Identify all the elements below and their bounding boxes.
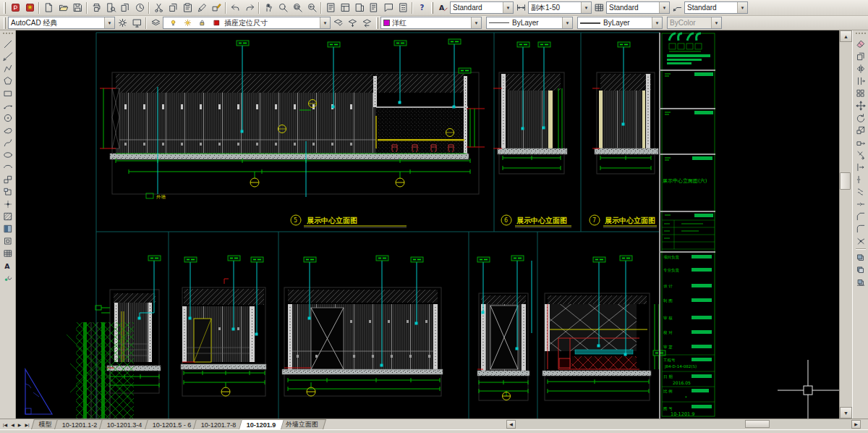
break-icon[interactable] (854, 185, 867, 198)
horizontal-scrollbar[interactable]: ◀ ▶ (506, 419, 861, 429)
tab-10-1201-7-8[interactable]: 10-1201.7-8 (193, 419, 244, 429)
make-block-icon[interactable] (1, 185, 14, 198)
lineweight-combo[interactable]: ByLayer ▼ (577, 17, 663, 29)
toolbar-grip[interactable] (4, 2, 6, 14)
line-icon[interactable] (1, 38, 14, 50)
circle-icon[interactable] (1, 112, 14, 124)
text-style-combo[interactable]: Standard ▼ (450, 1, 514, 14)
layer-states-icon[interactable] (331, 17, 345, 30)
red-chip-icon[interactable] (209, 17, 224, 29)
revision-cloud-icon[interactable] (1, 124, 14, 136)
sun-icon[interactable] (180, 17, 195, 29)
vertical-scroll-thumb[interactable] (840, 172, 851, 190)
tool-palettes-icon[interactable] (352, 1, 367, 14)
send-to-back-icon[interactable] (854, 264, 867, 276)
polygon-icon[interactable] (1, 75, 14, 87)
chevron-down-icon[interactable]: ▼ (581, 2, 591, 13)
explode-icon[interactable] (854, 235, 867, 247)
stretch-icon[interactable] (854, 136, 867, 148)
ellipse-icon[interactable] (1, 148, 14, 161)
mleader-style-combo[interactable]: Standard ▼ (684, 1, 748, 14)
copy-icon[interactable] (854, 50, 867, 62)
my-workspace-icon[interactable] (129, 17, 144, 30)
redo-icon[interactable] (242, 1, 257, 14)
color-combo[interactable]: 洋红 ▼ (380, 17, 482, 29)
fillet-icon[interactable] (854, 222, 867, 235)
open-icon[interactable] (56, 1, 70, 14)
construction-line-icon[interactable] (1, 50, 14, 62)
layer-combo[interactable]: 插座定位尺寸 ▼ (163, 17, 331, 29)
tab-exterior-wall-elevation[interactable]: 外墙立面图 (278, 419, 326, 429)
time-sensitive-icon[interactable] (132, 1, 147, 14)
zoom-previous-icon[interactable] (305, 1, 319, 14)
spline-icon[interactable] (1, 136, 14, 148)
plot-icon[interactable] (89, 1, 103, 14)
chevron-down-icon[interactable]: ▼ (104, 17, 114, 28)
ellipse-arc-icon[interactable] (1, 161, 14, 173)
dim-style-icon[interactable] (514, 1, 528, 14)
chevron-down-icon[interactable]: ▼ (652, 17, 662, 28)
workspace-combo[interactable]: AutoCAD 经典 ▼ (8, 17, 115, 29)
dim-style-combo[interactable]: 副本1-50 ▼ (528, 1, 592, 14)
rectangle-icon[interactable] (1, 87, 14, 99)
layer-previous-icon[interactable] (359, 17, 374, 30)
tab-10-1201-1-2[interactable]: 10-1201.1-2 (54, 419, 106, 429)
erase-icon[interactable] (854, 38, 867, 50)
bulb-icon[interactable] (166, 17, 180, 29)
table-style-combo[interactable]: Standard ▼ (606, 1, 670, 14)
properties-icon[interactable] (323, 1, 338, 14)
last-tab-icon[interactable]: ▶| (23, 421, 30, 428)
chevron-down-icon[interactable]: ▼ (737, 2, 747, 13)
save-icon[interactable] (70, 1, 85, 14)
linetype-combo[interactable]: ByLayer ▼ (486, 17, 573, 29)
help-icon[interactable]: ? (414, 1, 429, 14)
sheet-set-manager-icon[interactable] (367, 1, 381, 14)
tab-10-1201-9[interactable]: 10-1201.9 (239, 419, 284, 429)
chevron-down-icon[interactable]: ▼ (471, 17, 481, 28)
toolbar-grip[interactable] (3, 33, 13, 36)
tab-10-1201-3-4[interactable]: 10-1201.3-4 (99, 419, 150, 429)
point-icon[interactable] (1, 198, 14, 210)
join-icon[interactable] (854, 198, 867, 210)
scroll-down-icon[interactable]: ▼ (840, 407, 852, 419)
layer-properties-icon[interactable] (148, 17, 163, 30)
scroll-right-icon[interactable]: ▶ (851, 420, 861, 429)
horizontal-scroll-thumb[interactable] (745, 420, 770, 428)
pdf-export-icon[interactable] (8, 1, 22, 14)
paste-icon[interactable] (180, 1, 195, 14)
chamfer-icon[interactable] (854, 210, 867, 222)
rotate-icon[interactable] (854, 112, 867, 124)
next-tab-icon[interactable]: ▶ (17, 421, 23, 428)
move-icon[interactable] (854, 99, 867, 112)
drawing-canvas[interactable]: 外墙 5 展示中心立面图 6 展示中心立面图 7 展示中心立面图 (16, 30, 839, 419)
markup-set-manager-icon[interactable] (381, 1, 396, 14)
design-center-icon[interactable] (338, 1, 352, 14)
match-properties-icon[interactable] (195, 1, 209, 14)
copy-clip-icon[interactable] (166, 1, 180, 14)
mleader-style-icon[interactable] (670, 1, 684, 14)
chevron-down-icon[interactable]: ▼ (562, 17, 572, 28)
hatch-icon[interactable] (1, 210, 14, 222)
add-selected-icon[interactable] (1, 272, 14, 284)
offset-icon[interactable] (854, 75, 867, 87)
zoom-window-icon[interactable] (290, 1, 305, 14)
multiline-text-icon[interactable]: A (1, 259, 14, 272)
chevron-down-icon[interactable]: ▼ (503, 2, 513, 13)
gradient-icon[interactable] (1, 222, 14, 235)
table-icon[interactable] (1, 247, 14, 259)
polyline-icon[interactable] (1, 62, 14, 75)
scroll-left-icon[interactable]: ◀ (506, 420, 516, 429)
chevron-down-icon[interactable]: ▼ (320, 17, 330, 28)
block-editor-icon[interactable] (209, 1, 224, 14)
break-at-point-icon[interactable] (854, 173, 867, 185)
region-icon[interactable] (1, 235, 14, 247)
toolbar-grip[interactable] (4, 17, 6, 29)
bring-above-icon[interactable] (854, 276, 867, 288)
chevron-down-icon[interactable]: ▼ (659, 2, 669, 13)
trim-icon[interactable] (854, 148, 867, 161)
toolbar-grip[interactable] (376, 17, 378, 29)
tab-10-1201-5-6[interactable]: 10-1201.5 - 6 (145, 419, 200, 429)
bring-to-front-icon[interactable] (854, 251, 867, 264)
pdf-batch-icon[interactable] (22, 1, 37, 14)
cut-icon[interactable] (151, 1, 166, 14)
